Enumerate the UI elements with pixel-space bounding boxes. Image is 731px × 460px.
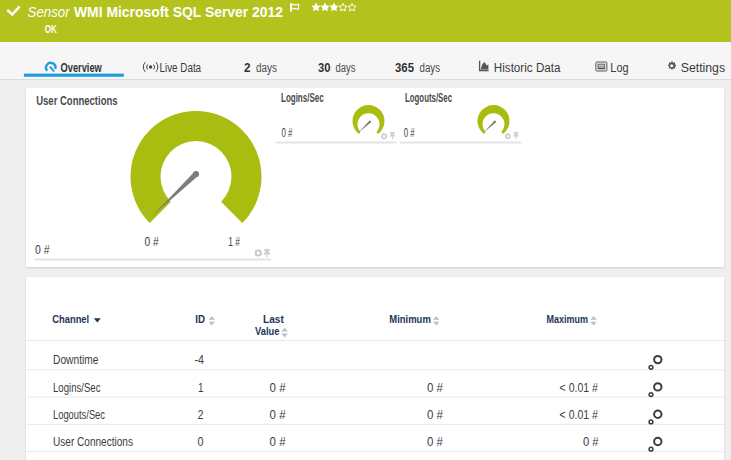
svg-text:days: days <box>420 61 441 75</box>
svg-text:30: 30 <box>318 61 331 75</box>
svg-text:Logins/Sec: Logins/Sec <box>281 91 324 105</box>
svg-text:Logouts/Sec: Logouts/Sec <box>53 408 105 422</box>
svg-text:OK: OK <box>45 23 57 35</box>
svg-text:Logins/Sec: Logins/Sec <box>53 381 101 395</box>
svg-text:Sensor: Sensor <box>28 3 71 20</box>
svg-text:0 #: 0 # <box>404 126 415 140</box>
svg-text:Maximum: Maximum <box>547 313 589 325</box>
svg-text:Value: Value <box>255 325 279 337</box>
svg-text:User Connections: User Connections <box>53 435 133 449</box>
svg-text:ID: ID <box>195 313 205 325</box>
svg-text:Log: Log <box>610 61 628 75</box>
svg-text:0 #: 0 # <box>427 381 443 395</box>
svg-text:0 #: 0 # <box>270 381 286 395</box>
svg-text:0 #: 0 # <box>270 435 286 449</box>
svg-text:0 #: 0 # <box>583 435 599 449</box>
svg-text:365: 365 <box>395 61 414 75</box>
svg-text:Last: Last <box>263 313 284 325</box>
svg-text:0 #: 0 # <box>427 408 443 422</box>
svg-text:< 0.01 #: < 0.01 # <box>560 408 598 422</box>
svg-text:Historic Data: Historic Data <box>494 61 561 75</box>
svg-text:Channel: Channel <box>52 313 89 325</box>
svg-text:1 #: 1 # <box>228 235 240 249</box>
svg-text:2: 2 <box>244 61 251 75</box>
svg-text:< 0.01 #: < 0.01 # <box>560 381 598 395</box>
svg-text:0 #: 0 # <box>270 408 286 422</box>
svg-text:User Connections: User Connections <box>36 94 118 108</box>
svg-text:WMI Microsoft SQL Server 2012: WMI Microsoft SQL Server 2012 <box>74 3 283 20</box>
svg-text:2: 2 <box>198 408 204 422</box>
svg-text:0 #: 0 # <box>35 243 50 257</box>
svg-text:0 #: 0 # <box>427 435 443 449</box>
svg-text:days: days <box>336 61 356 75</box>
svg-text:days: days <box>256 61 277 75</box>
svg-text:0 #: 0 # <box>282 126 293 140</box>
svg-text:-4: -4 <box>195 353 205 367</box>
svg-text:0: 0 <box>198 435 204 449</box>
svg-text:1: 1 <box>198 381 204 395</box>
svg-text:0 #: 0 # <box>144 235 159 249</box>
svg-text:Settings: Settings <box>681 61 725 75</box>
svg-text:Logouts/Sec: Logouts/Sec <box>405 91 452 105</box>
svg-text:Live Data: Live Data <box>160 61 202 75</box>
svg-text:Overview: Overview <box>61 61 103 75</box>
svg-text:Downtime: Downtime <box>53 353 99 367</box>
svg-text:Minimum: Minimum <box>389 313 431 325</box>
